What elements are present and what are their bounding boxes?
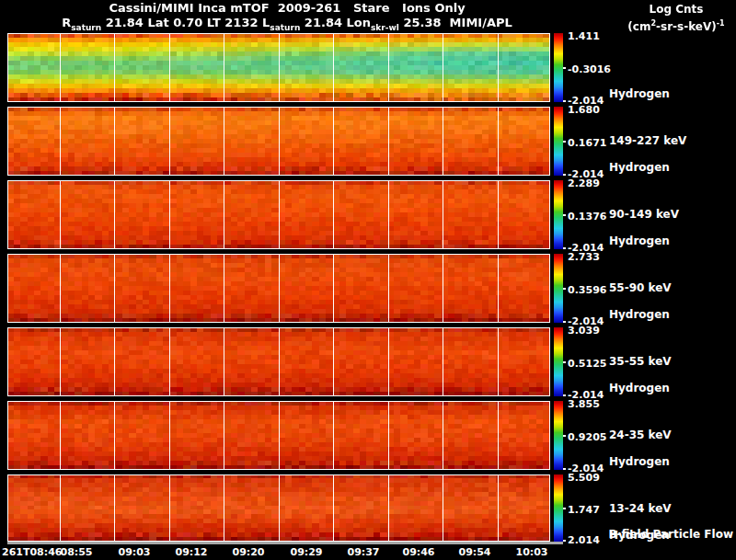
x-tick-label-3: 09:12 <box>175 546 207 558</box>
x-tick-label-4: 09:20 <box>232 546 264 558</box>
x-tick-label-2: 09:03 <box>118 546 150 558</box>
x-tick-label-7: 09:46 <box>402 546 434 558</box>
colorbar-legend: Log Cnts (cm2-sr-s-keV)-1 <box>616 3 736 34</box>
panel-species-2: Hydrogen <box>609 160 679 176</box>
scale-mid-label-6: 0.9205 <box>568 432 606 443</box>
heatmap-hydrogen-5-13 <box>7 474 550 542</box>
panel-species-3: Hydrogen <box>609 234 672 249</box>
scale-mid-label-2: 0.1671 <box>568 138 606 149</box>
scale-max-label-4: 2.733 <box>568 252 600 263</box>
bfield-particle-flow-label: B-field Particle Flow <box>608 528 733 541</box>
panel-species-5: Hydrogen <box>609 381 672 396</box>
units-mid: -sr-s-keV) <box>656 20 717 33</box>
heatmap-hydrogen-13-24 <box>7 401 550 470</box>
units-pre: (cm <box>627 20 650 33</box>
subtitle-l-sub: saturn <box>270 23 300 32</box>
panel-species-4: Hydrogen <box>609 307 672 323</box>
scale-mid-label-4: 0.3596 <box>568 285 606 296</box>
panel-species-6: Hydrogen <box>609 454 672 470</box>
subtitle-lon-base: Lon <box>347 16 371 29</box>
scale-mid-label-3: 0.1376 <box>568 211 606 223</box>
subtitle-seg-a: 21.84 Lat 0.70 LT 2132 <box>101 16 262 29</box>
subtitle-lon-sub: skr-wl <box>371 23 399 32</box>
x-tick-label-6: 09:37 <box>347 546 379 558</box>
scale-mid-label-7: 1.747 <box>568 505 600 516</box>
scale-max-label-7: 5.509 <box>568 473 600 484</box>
colorbar-1 <box>554 33 563 102</box>
scale-max-label-6: 3.855 <box>568 399 600 410</box>
colorbar-5 <box>554 327 563 396</box>
units-sup-exp: -1 <box>717 19 725 28</box>
scale-max-label-2: 1.680 <box>568 105 600 116</box>
panel-species-1: Hydrogen <box>609 86 686 102</box>
time-axis-ticks: 261T08:46 08:55 09:03 09:12 09:20 09:29 … <box>0 546 736 559</box>
subtitle-r-base: R <box>62 16 71 29</box>
plot-header: Cassini/MIMI Inca mTOF 2009-261 Stare Io… <box>0 1 574 35</box>
colorbar-6 <box>554 401 563 470</box>
x-tick-label-8: 09:54 <box>458 546 490 558</box>
x-tick-label-0: 261T08:46 <box>2 546 62 558</box>
colorbar-4 <box>554 254 563 323</box>
heatmap-hydrogen-24-35 <box>7 327 550 396</box>
heatmap-hydrogen-35-55 <box>7 254 550 323</box>
colorbar-3 <box>554 180 563 249</box>
colorbar-2 <box>554 107 563 176</box>
x-tick-label-1: 08:55 <box>60 546 92 558</box>
subtitle-seg-b: 21.84 <box>300 16 346 29</box>
heatmap-hydrogen-55-90 <box>7 180 550 249</box>
subtitle-seg-c: 25.38 MIMI/APL <box>399 16 512 29</box>
spectrogram-page: Cassini/MIMI Inca mTOF 2009-261 Stare Io… <box>0 0 736 560</box>
plot-subtitle: Rsaturn 21.84 Lat 0.70 LT 2132 Lsaturn 2… <box>0 16 574 35</box>
scale-max-label-5: 3.039 <box>568 326 600 337</box>
colorbar-legend-title: Log Cnts <box>616 3 736 17</box>
x-tick-label-5: 09:29 <box>290 546 322 558</box>
colorbar-7 <box>554 474 563 542</box>
scale-min-label-7: 2.014 <box>568 535 600 546</box>
heatmap-hydrogen-149-227 <box>7 33 550 102</box>
scale-mid-label-5: 0.5125 <box>568 359 606 370</box>
time-axis-bar <box>7 542 563 544</box>
heatmap-hydrogen-90-149 <box>7 107 550 176</box>
plot-title: Cassini/MIMI Inca mTOF 2009-261 Stare Io… <box>0 1 574 16</box>
colorbar-legend-units: (cm2-sr-s-keV)-1 <box>616 17 736 34</box>
scale-mid-label-1: -0.3016 <box>568 64 611 75</box>
subtitle-r-sub: saturn <box>71 23 101 32</box>
scale-max-label-3: 2.289 <box>568 178 600 189</box>
x-tick-label-9: 10:03 <box>515 546 547 558</box>
